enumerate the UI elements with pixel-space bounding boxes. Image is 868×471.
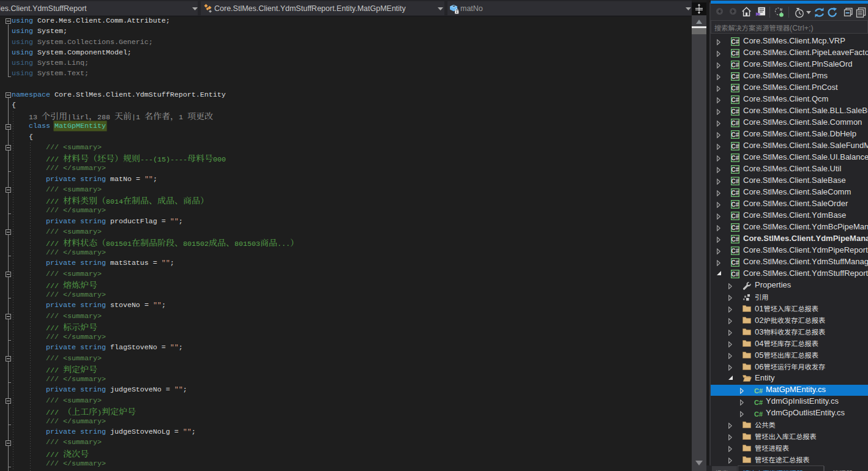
svg-text:C#: C# <box>731 132 739 138</box>
svg-text:C#: C# <box>731 108 739 115</box>
svg-text:C#: C# <box>731 271 739 278</box>
svg-text:C#: C# <box>731 178 739 185</box>
svg-text:C#: C# <box>754 387 763 395</box>
svg-text:C#: C# <box>731 201 739 208</box>
svg-text:C#: C# <box>731 120 739 127</box>
svg-text:C#: C# <box>731 85 739 92</box>
svg-text:C#: C# <box>731 73 739 80</box>
svg-text:C#: C# <box>731 190 739 196</box>
svg-text:C#: C# <box>731 155 739 161</box>
svg-text:C#: C# <box>731 236 739 243</box>
svg-text:C#: C# <box>731 224 739 231</box>
svg-text:C#: C# <box>731 143 739 150</box>
svg-text:C#: C# <box>731 97 739 103</box>
svg-text:C#: C# <box>731 62 739 69</box>
svg-text:C#: C# <box>731 166 739 173</box>
svg-text:C#: C# <box>754 399 763 406</box>
svg-text:C#: C# <box>731 39 739 45</box>
svg-text:C#: C# <box>731 248 739 254</box>
svg-text:C#: C# <box>754 410 763 418</box>
svg-text:C#: C# <box>731 50 739 57</box>
svg-text:C#: C# <box>731 259 739 266</box>
svg-text:C#: C# <box>731 213 739 220</box>
